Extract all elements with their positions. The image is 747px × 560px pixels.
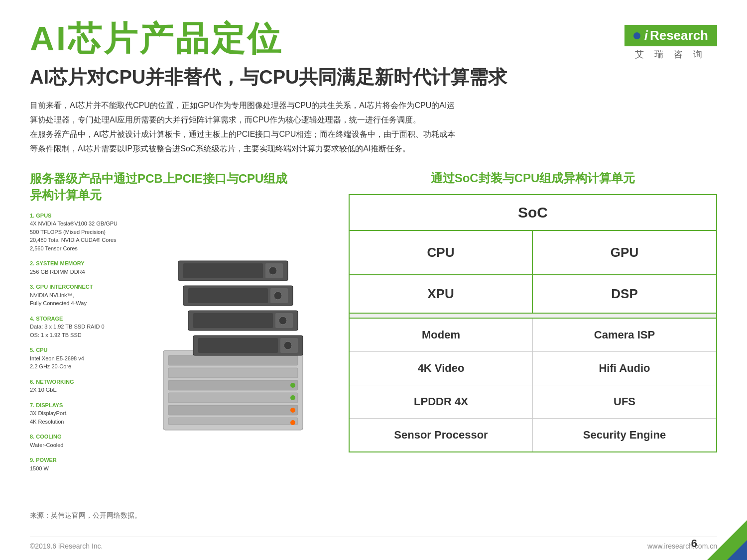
svg-point-26 [290,420,295,425]
svg-rect-2 [168,368,298,378]
svg-rect-1 [168,355,298,365]
svg-rect-20 [198,338,278,353]
svg-rect-16 [193,313,273,328]
component-desc-9: 1500 W [30,464,129,473]
svg-point-22 [284,341,292,349]
component-label-5: 5. CPU [30,346,129,354]
component-desc-6: 2X 10 GbE [30,386,129,394]
soc-bottom-group: Modem Camera ISP 4K Video Hifi Audio LPD… [350,319,716,451]
desc-line3: 在服务器产品中，AI芯片被设计成计算板卡，通过主板上的PCIE接口与CPU相连；… [30,127,717,142]
soc-cell-camera: Camera ISP [533,319,716,352]
soc-top-group: CPU GPU XPU DSP [350,231,716,314]
soc-spacer [350,314,716,319]
svg-point-24 [290,395,295,400]
header-section: AI芯片产品定位 i Research 艾 瑞 咨 询 [30,20,717,60]
component-label-9: 9. POWER [30,456,129,464]
server-image [137,212,329,480]
soc-container: SoC CPU GPU XPU DSP Modem Camera ISP 4K … [349,194,717,452]
svg-point-10 [269,267,277,275]
soc-cell-hifi: Hifi Audio [533,352,716,385]
left-section: 服务器级产品中通过PCB上PCIE接口与CPU组成 异构计算单元 1. GPUs… [30,170,329,480]
soc-cell-gpu: GPU [533,231,716,274]
soc-cell-cpu: CPU [350,231,533,274]
component-desc-7: 3X DisplayPort, 4K Resolution [30,409,129,426]
svg-rect-12 [188,288,268,303]
page-number: 6 [691,537,697,550]
desc-line4: 等条件限制，AI芯片需要以IP形式被整合进SoC系统级芯片，主要实现终端对计算力… [30,142,717,156]
svg-point-23 [290,383,295,388]
component-item-9: 9. POWER 1500 W [30,456,129,472]
svg-rect-8 [183,263,263,278]
logo-research-text: Research [650,28,708,43]
server-diagram-svg [158,251,308,440]
component-item-2: 2. SYSTEM MEMORY 256 GB RDIMM DDR4 [30,259,129,276]
logo-dot-icon [633,32,640,39]
logo-i-text: i [644,28,648,43]
component-item-8: 8. COOLING Water-Cooled [30,433,129,449]
soc-cell-dsp: DSP [533,274,716,313]
logo-box: i Research [624,25,717,46]
svg-rect-5 [168,405,298,415]
footer: ©2019.6 iResearch Inc. www.iresearch.com… [30,537,717,550]
logo-tagline: 艾 瑞 咨 询 [635,48,706,60]
source-text: 来源：英伟达官网，公开网络数据。 [30,511,141,520]
component-desc-1: 4X NVIDIA Tesla®V100 32 GB/GPU 500 TFLOP… [30,220,129,252]
component-label-8: 8. COOLING [30,433,129,441]
component-label-3: 3. GPU INTERCONNECT [30,283,129,291]
subtitle: AI芯片对CPU并非替代，与CPU共同满足新时代计算需求 [30,65,717,90]
logo-area: i Research 艾 瑞 咨 询 [624,25,717,60]
svg-point-18 [279,317,287,325]
component-desc-3: NVIDIA NVLink™, Fully Connected 4-Way [30,291,129,308]
component-desc-2: 256 GB RDIMM DDR4 [30,268,129,276]
accent-triangle-blue [727,540,747,560]
component-list: 1. GPUs 4X NVIDIA Tesla®V100 32 GB/GPU 5… [30,212,129,480]
component-item-6: 6. NETWORKING 2X 10 GbE [30,378,129,394]
component-item-7: 7. DISPLAYS 3X DisplayPort, 4K Resolutio… [30,401,129,426]
right-section-title: 通过SoC封装与CPU组成异构计算单元 [349,170,717,186]
svg-point-14 [274,292,282,300]
soc-cell-lpddr: LPDDR 4X [350,385,533,419]
soc-cell-4kvideo: 4K Video [350,352,533,385]
soc-header: SoC [350,195,716,231]
page-container: AI芯片产品定位 i Research 艾 瑞 咨 询 AI芯片对CPU并非替代… [0,0,747,560]
svg-point-25 [290,408,295,413]
soc-cell-sensor: Sensor Processor [350,419,533,451]
left-section-title: 服务器级产品中通过PCB上PCIE接口与CPU组成 异构计算单元 [30,170,329,204]
soc-cell-ufs: UFS [533,385,716,419]
right-section: 通过SoC封装与CPU组成异构计算单元 SoC CPU GPU XPU DSP … [349,170,717,480]
svg-rect-4 [168,393,298,403]
component-desc-5: Intel Xeon E5-2698 v4 2.2 GHz 20-Core [30,354,129,371]
content-area: 服务器级产品中通过PCB上PCIE接口与CPU组成 异构计算单元 1. GPUs… [30,170,717,480]
component-desc-8: Water-Cooled [30,441,129,449]
component-desc-4: Data: 3 x 1.92 TB SSD RAID 0 OS: 1 x 1.9… [30,323,129,339]
svg-rect-3 [168,380,298,390]
component-label-1: 1. GPUs [30,212,129,220]
component-label-2: 2. SYSTEM MEMORY [30,259,129,268]
component-item-1: 1. GPUs 4X NVIDIA Tesla®V100 32 GB/GPU 5… [30,212,129,253]
component-item-5: 5. CPU Intel Xeon E5-2698 v4 2.2 GHz 20-… [30,346,129,371]
soc-cell-xpu: XPU [350,274,533,313]
component-item-3: 3. GPU INTERCONNECT NVIDIA NVLink™, Full… [30,283,129,308]
svg-rect-6 [168,418,298,425]
component-label-6: 6. NETWORKING [30,378,129,386]
soc-cell-security: Security Engine [533,419,716,451]
component-label-7: 7. DISPLAYS [30,401,129,410]
main-title: AI芯片产品定位 [30,20,283,57]
desc-line1: 目前来看，AI芯片并不能取代CPU的位置，正如GPU作为专用图像处理器与CPU的… [30,99,717,113]
component-item-4: 4. STORAGE Data: 3 x 1.92 TB SSD RAID 0 … [30,315,129,339]
component-label-4: 4. STORAGE [30,315,129,323]
server-diagram: 1. GPUs 4X NVIDIA Tesla®V100 32 GB/GPU 5… [30,212,329,480]
desc-line2: 算协处理器，专门处理AI应用所需要的大并行矩阵计算需求，而CPU作为核心逻辑处理… [30,113,717,127]
copyright: ©2019.6 iResearch Inc. [30,542,103,550]
website: www.iresearch.com.cn [647,542,717,550]
soc-cell-modem: Modem [350,319,533,352]
description: 目前来看，AI芯片并不能取代CPU的位置，正如GPU作为专用图像处理器与CPU的… [30,99,717,156]
